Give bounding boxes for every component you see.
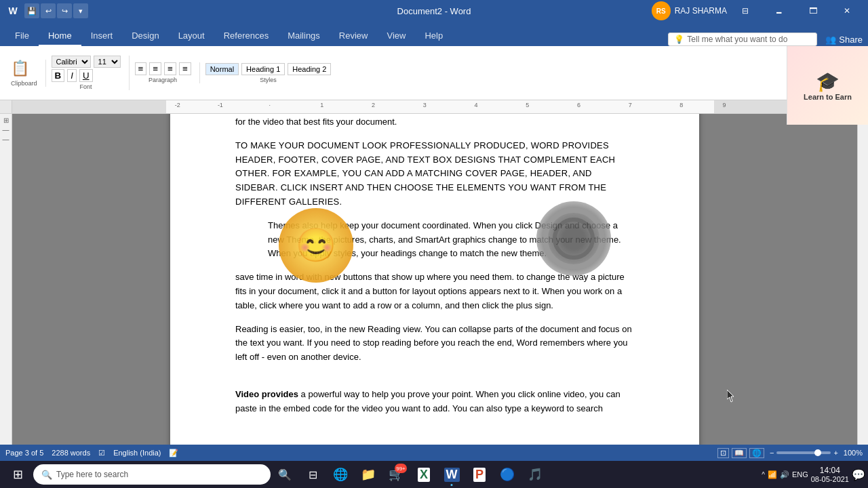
zoom-out-btn[interactable]: −: [770, 449, 774, 457]
taskbar-powerpoint[interactable]: P: [466, 461, 493, 488]
print-layout-btn[interactable]: ⊡: [717, 448, 729, 458]
status-bar: Page 3 of 5 2288 words ☑ English (India)…: [0, 445, 868, 461]
undo-title-icon[interactable]: ↩: [41, 3, 56, 18]
svg-point-1: [555, 220, 593, 258]
network-icon[interactable]: 📶: [768, 470, 777, 479]
tab-help[interactable]: Help: [415, 26, 452, 46]
ribbon-content: 📋 Clipboard Calibri 11 B I U Font ≡ ≡ ≡ …: [0, 46, 868, 100]
ribbon-display-icon[interactable]: ⊟: [730, 0, 761, 22]
tray-expand-icon[interactable]: ^: [762, 471, 765, 479]
lightbulb-icon: 💡: [674, 35, 684, 44]
language-status[interactable]: English (India): [113, 449, 161, 457]
bold-button[interactable]: B: [52, 69, 65, 82]
style-normal[interactable]: Normal: [205, 63, 239, 75]
tab-mailings[interactable]: Mailings: [278, 26, 330, 46]
emoji-overlay-right: [536, 201, 611, 276]
redo-title-icon[interactable]: ↪: [57, 3, 72, 18]
spell-check-icon[interactable]: ☑: [98, 449, 105, 458]
taskbar-file-explorer[interactable]: 📁: [355, 461, 382, 488]
tab-review[interactable]: Review: [330, 26, 378, 46]
para-7: Video provides a powerful way to help yo…: [235, 388, 634, 416]
zoom-bar: − + 100%: [770, 449, 863, 457]
tab-references[interactable]: References: [214, 26, 278, 46]
taskbar-store[interactable]: 🛒 99+: [382, 461, 410, 488]
tab-view[interactable]: View: [377, 26, 415, 46]
taskbar-search[interactable]: 🔍 Type here to search: [33, 464, 271, 485]
taskbar-task-view[interactable]: ⊟: [299, 461, 326, 488]
tell-me-bar[interactable]: 💡 Tell me what you want to do: [668, 33, 817, 46]
start-button[interactable]: ⊞: [3, 461, 33, 488]
document-title: Document2 - Word: [397, 6, 471, 16]
tab-home[interactable]: Home: [39, 26, 81, 46]
right-panel: [857, 114, 868, 445]
username: RAJ SHARMA: [675, 6, 727, 16]
clock[interactable]: 14:04 08-05-2021: [811, 466, 849, 483]
tab-file[interactable]: File: [5, 26, 39, 46]
ruler-8: 8: [679, 102, 683, 108]
left-panel-icon-3: —: [3, 136, 9, 143]
ruler-4: 4: [474, 102, 477, 108]
share-label: Share: [839, 35, 863, 45]
maximize-button[interactable]: 🗖: [797, 0, 829, 22]
style-heading1[interactable]: Heading 1: [241, 63, 285, 75]
taskbar-media[interactable]: 🎵: [521, 461, 549, 488]
taskbar-word-app[interactable]: W: [438, 461, 465, 488]
speaker-icon[interactable]: 🔊: [780, 470, 789, 479]
underline-button[interactable]: U: [79, 69, 93, 82]
emoji-overlay-left: 😊: [279, 208, 353, 283]
language-indicator[interactable]: ENG: [792, 470, 808, 479]
taskbar-edge[interactable]: 🌐: [327, 461, 354, 488]
quick-access-toolbar: 💾 ↩ ↪ ▾: [24, 3, 88, 18]
font-label: Font: [52, 83, 121, 90]
ruler-neg2: -2: [175, 102, 180, 108]
para-3: TO MAKE YOUR DOCUMENT LOOK PROFESSIONALL…: [235, 139, 634, 209]
styles-label: Styles: [205, 77, 332, 83]
document-canvas[interactable]: Video provides a powerful way to help yo…: [12, 114, 857, 445]
left-panel: ⊞ — —: [0, 114, 12, 445]
zoom-in-btn[interactable]: +: [833, 449, 837, 457]
taskbar-cortana[interactable]: 🔍: [271, 461, 298, 488]
paste-button[interactable]: 📋: [11, 60, 37, 77]
read-mode-btn[interactable]: 📖: [732, 448, 747, 458]
store-notification-badge: 99+: [395, 464, 407, 473]
ruler-9: 9: [722, 102, 726, 108]
ribbon-tabs: File Home Insert Design Layout Reference…: [0, 22, 868, 46]
style-heading2[interactable]: Heading 2: [288, 63, 331, 75]
align-center-button[interactable]: ≡: [149, 62, 161, 75]
view-buttons: ⊡ 📖 🌐: [717, 448, 764, 458]
notification-icon[interactable]: 💬: [852, 468, 865, 481]
ruler-2: 2: [372, 102, 375, 108]
title-bar-right: RS RAJ SHARMA ⊟ 🗕 🗖 ✕: [652, 0, 863, 22]
word-app-icon: W: [5, 3, 20, 18]
customize-icon[interactable]: ▾: [73, 3, 88, 18]
align-left-button[interactable]: ≡: [135, 62, 147, 75]
italic-button[interactable]: I: [67, 69, 77, 82]
zoom-slider[interactable]: [776, 451, 831, 454]
ruler-content: -2 -1 · 1 2 3 4 5 6 7 8 9: [12, 100, 868, 113]
clipboard-group: 📋 Clipboard: [11, 60, 46, 87]
font-size-select[interactable]: 11: [94, 56, 121, 68]
left-panel-icon-1: ⊞: [3, 117, 9, 124]
logo-area: 🎓 Learn to Earn: [787, 46, 868, 125]
word-active-dot: [451, 484, 453, 486]
save-title-icon[interactable]: 💾: [24, 3, 39, 18]
time-display: 14:04: [811, 466, 849, 475]
minimize-button[interactable]: 🗕: [764, 0, 795, 22]
tab-layout[interactable]: Layout: [169, 26, 214, 46]
web-layout-btn[interactable]: 🌐: [749, 448, 764, 458]
taskbar-excel[interactable]: X: [410, 461, 437, 488]
align-right-button[interactable]: ≡: [164, 62, 176, 75]
ruler-3: 3: [423, 102, 427, 108]
para-5: save time in word with new buttons that …: [235, 270, 634, 312]
justify-button[interactable]: ≡: [179, 62, 191, 75]
paragraph-group: ≡ ≡ ≡ ≡ Paragraph: [135, 62, 200, 83]
taskbar-chrome[interactable]: 🔵: [494, 461, 521, 488]
tab-insert[interactable]: Insert: [81, 26, 123, 46]
share-button[interactable]: 👥 Share: [825, 35, 863, 45]
system-tray: ^ 📶 🔊 ENG 14:04 08-05-2021 💬: [762, 466, 865, 483]
font-family-select[interactable]: Calibri: [52, 56, 91, 68]
tab-design[interactable]: Design: [122, 26, 168, 46]
font-group: Calibri 11 B I U Font: [52, 56, 130, 90]
paragraph-label: Paragraph: [135, 77, 191, 83]
close-button[interactable]: ✕: [831, 0, 863, 22]
